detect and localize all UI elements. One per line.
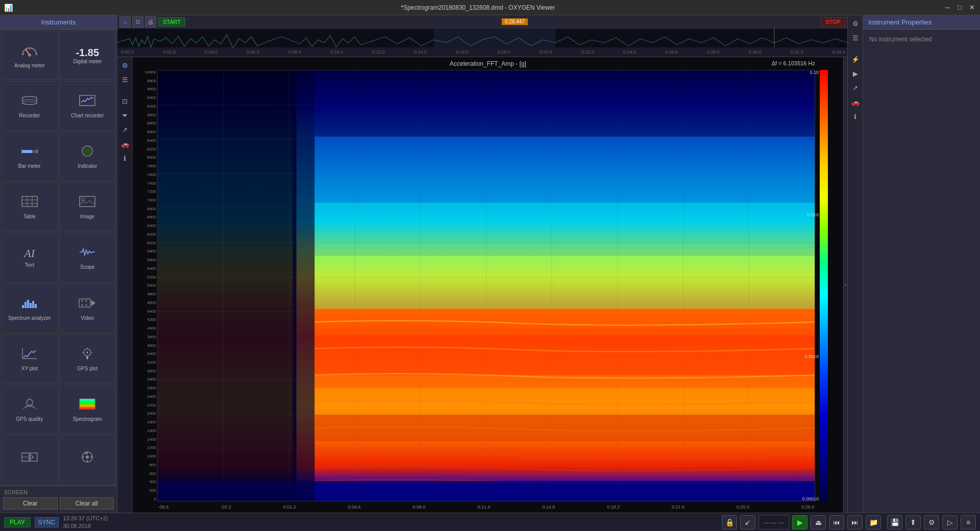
window-icon: 📊	[4, 4, 13, 12]
image-label: Image	[80, 214, 94, 219]
digital-meter-label: Digital meter	[73, 59, 102, 64]
svg-marker-31	[91, 300, 95, 306]
text-label: Text	[25, 262, 34, 268]
print-button[interactable]: 🖨	[145, 16, 156, 28]
color-scale-bar	[820, 70, 828, 501]
prev-button[interactable]: ⏮	[829, 515, 844, 529]
sync-button[interactable]: SYNC	[35, 517, 59, 527]
play-button[interactable]: PLAY	[4, 517, 31, 527]
save-button[interactable]: 💾	[887, 515, 902, 529]
svg-point-40	[27, 399, 33, 406]
mark-in-button[interactable]: ↙	[740, 515, 755, 529]
video-icon	[78, 296, 96, 313]
tick-16: 0:32.0	[791, 49, 803, 55]
list-button[interactable]: ☰	[119, 73, 131, 86]
right-panel-container: ⚙ ☰ ⚡ ▶ ↗ 🚗 ℹ Instrument Properties No i…	[847, 15, 980, 513]
spectrum-analyzer-icon	[20, 296, 39, 313]
gps-quality-icon	[20, 397, 39, 414]
instruments-header: Instruments	[0, 15, 117, 30]
toolbar-car-button[interactable]: 🚗	[119, 138, 131, 150]
gps-quality-label: GPS quality	[16, 416, 43, 422]
recorder-label: Recorder	[19, 113, 40, 118]
right-bolt-button[interactable]: ⚡	[849, 53, 862, 65]
bar-meter-label: Bar meter	[18, 163, 41, 169]
home-button[interactable]: ⌂	[119, 16, 131, 28]
instrument-video[interactable]: Video	[59, 284, 116, 333]
instrument-digital-meter[interactable]: -1.85 Digital meter	[59, 31, 116, 80]
instrument-indicator[interactable]: Indicator	[59, 132, 116, 181]
svg-rect-23	[30, 303, 32, 308]
settings-button[interactable]: ⚙	[119, 59, 131, 71]
spectrogram-main-display: ⚙ ☰ ⊡ ⏷ ↗ 🚗 ℹ Acceleration_FFT_Amp - [g]…	[117, 57, 847, 513]
svg-rect-25	[35, 304, 37, 308]
tick-12: 0:24.0	[623, 49, 636, 55]
instrument-scope[interactable]: Scope	[59, 233, 116, 282]
lock-button[interactable]: 🔒	[722, 515, 737, 529]
sidebar-toggle-button[interactable]: ≡	[961, 515, 976, 529]
close-button[interactable]: ✕	[968, 4, 976, 12]
spectrogram-svg	[158, 70, 815, 501]
svg-rect-59	[293, 70, 315, 501]
stream-button[interactable]: ▷	[942, 515, 958, 529]
eject-button[interactable]: ⏏	[811, 515, 826, 529]
instrument-gps-quality[interactable]: GPS quality	[1, 385, 58, 434]
digital-meter-value: -1.85	[76, 47, 99, 59]
upload-button[interactable]: ⬆	[905, 515, 921, 529]
viewer-panel: ⌂ ⊡ 🖨 START 0:28.447 STOP	[117, 15, 847, 513]
tick-11: 0:22.0	[581, 49, 594, 55]
toolbar-stack-button[interactable]: ⏷	[119, 109, 131, 121]
instrument-spectrum-analyzer[interactable]: Spectrum analyzer	[1, 284, 58, 333]
instrument-image[interactable]: Image	[59, 182, 116, 232]
instrument-xy-plot[interactable]: XY plot	[1, 334, 58, 384]
analog-meter-label: Analog meter	[14, 63, 44, 68]
svg-rect-22	[27, 300, 29, 308]
minimize-button[interactable]: ─	[943, 4, 951, 12]
svg-rect-87	[314, 203, 815, 256]
toolbar-export-button[interactable]: ↗	[119, 123, 131, 136]
waveform-stop-button[interactable]: STOP	[821, 17, 845, 27]
instrument-gps-plot[interactable]: GPS plot	[59, 334, 116, 384]
instruments-grid: Analog meter -1.85 Digital meter Recorde…	[0, 30, 117, 486]
instrument-spectrogram[interactable]: Spectrogram	[59, 385, 116, 434]
toolbar-info-button[interactable]: ℹ	[119, 152, 131, 164]
right-info-button[interactable]: ℹ	[849, 110, 862, 122]
svg-rect-24	[32, 301, 34, 308]
tick-15: 0:30.0	[749, 49, 762, 55]
instrument-bar-meter[interactable]: Bar meter	[1, 132, 58, 181]
instrument-item17[interactable]	[1, 435, 58, 485]
right-vertical-toolbar: ⚙ ☰ ⚡ ▶ ↗ 🚗 ℹ	[847, 15, 863, 513]
transport-play-button[interactable]: ▶	[792, 515, 807, 529]
instrument-table[interactable]: Table	[1, 182, 58, 232]
tick-8: 0:16.0	[456, 49, 469, 55]
right-settings-button[interactable]: ⚙	[849, 17, 862, 30]
folder-button[interactable]: 📁	[866, 515, 881, 529]
instrument-recorder[interactable]: Recorder	[1, 81, 58, 131]
instruments-panel: Instruments Analog meter	[0, 15, 117, 513]
maximize-button[interactable]: □	[955, 4, 964, 12]
instrument-item18[interactable]: ✦	[59, 435, 116, 485]
instrument-text[interactable]: AI Text	[1, 233, 58, 282]
spectrogram-label: Spectrogram	[73, 416, 102, 422]
device-settings-button[interactable]: ⚙	[924, 515, 939, 529]
clear-all-button[interactable]: Clear all	[60, 497, 114, 510]
zoom-fit-button[interactable]: ⊡	[132, 16, 143, 28]
right-share-button[interactable]: ↗	[849, 82, 862, 94]
instrument-analog-meter[interactable]: Analog meter	[1, 31, 58, 80]
toolbar-instrument-button[interactable]: ⊡	[119, 95, 131, 107]
right-flag-button[interactable]: ▶	[849, 67, 862, 80]
instrument-chart-recorder[interactable]: Chart recorder	[59, 81, 116, 131]
spectrogram-icon	[78, 397, 96, 414]
item18-icon: ✦	[78, 450, 96, 467]
table-icon	[20, 194, 39, 212]
svg-point-29	[85, 300, 87, 302]
right-list-button[interactable]: ☰	[849, 32, 862, 44]
right-car-button[interactable]: 🚗	[849, 96, 862, 108]
next-button[interactable]: ⏭	[847, 515, 863, 529]
waveform-start-button[interactable]: START	[158, 17, 185, 27]
tick-1: 0:02.0	[163, 49, 176, 55]
clear-button[interactable]: Clear	[3, 497, 58, 510]
transport-controls: 🔒 ↙ — — — ▶ ⏏ ⏮ ⏭ 📁 💾 ⬆ ⚙ ▷ ≡	[722, 515, 976, 529]
tick-2: 0:04.0	[205, 49, 217, 55]
spectrogram-view: Acceleration_FFT_Amp - [g] Δf = 6.103516…	[133, 57, 843, 513]
expand-right-button[interactable]: ›	[843, 57, 847, 513]
